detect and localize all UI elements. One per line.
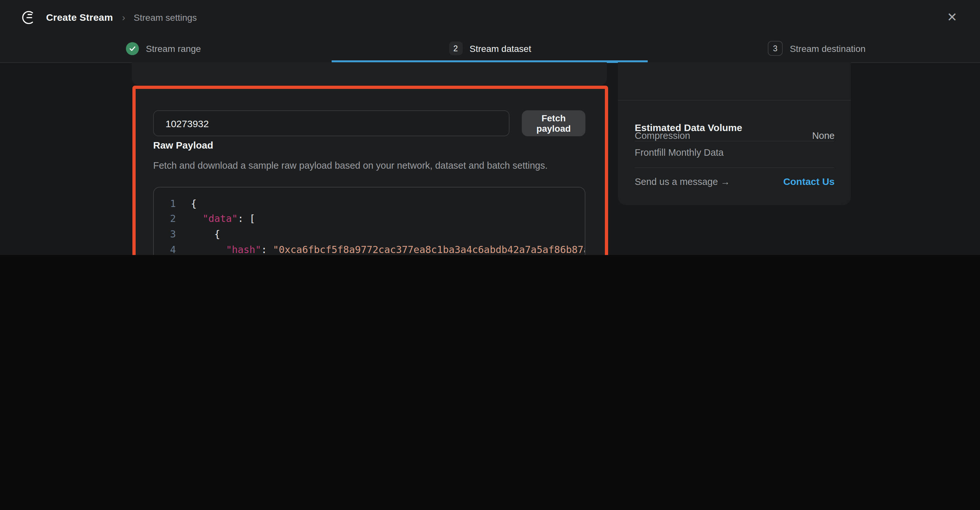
frontfill-monthly-data-label: Frontfill Monthly Data (635, 147, 724, 158)
estimated-data-volume-heading: Estimated Data Volume (635, 122, 742, 133)
tab-stream-range[interactable]: Stream range (0, 34, 327, 62)
divider (635, 167, 834, 168)
breadcrumb-chevron-icon: › (122, 12, 125, 23)
code-text: { (191, 229, 220, 240)
raw-payload-card: Fetch payload Raw Payload Fetch and down… (136, 89, 605, 255)
code-lines: 1{2 "data": [3 {4 "hash": "0xca6fbcf5f8a… (154, 196, 585, 255)
raw-payload-description: Fetch and download a sample raw payload … (153, 160, 548, 171)
breadcrumb: Stream settings (134, 12, 197, 22)
tab-stream-dataset[interactable]: 2 Stream dataset (327, 34, 654, 62)
compression-value: None (812, 130, 835, 141)
code-text: "data": [ (191, 213, 255, 225)
divider (618, 100, 851, 100)
code-text: "hash": "0xca6fbcf5f8a9772cac377ea8c1ba3… (191, 244, 585, 255)
send-message-label: Send us a message → (635, 176, 730, 187)
top-bar: Create Stream › Stream settings ✕ (0, 0, 980, 34)
line-number: 2 (154, 213, 176, 225)
code-line: 4 "hash": "0xca6fbcf5f8a9772cac377ea8c1b… (154, 242, 585, 255)
raw-payload-section-highlight: Fetch payload Raw Payload Fetch and down… (132, 86, 608, 255)
step-number-badge: 2 (449, 41, 462, 55)
step-tabs: Stream range 2 Stream dataset 3 Stream d… (0, 34, 980, 63)
divider (635, 141, 834, 141)
tab-label: Stream range (146, 43, 201, 54)
line-number: 1 (154, 198, 176, 210)
previous-settings-card-partial (132, 62, 607, 85)
check-icon (126, 42, 139, 55)
tab-stream-destination[interactable]: 3 Stream destination (653, 34, 980, 62)
step-number-badge: 3 (768, 41, 783, 56)
code-line: 3 { (154, 226, 585, 242)
code-text: { (191, 198, 197, 210)
page-title: Create Stream (46, 12, 113, 23)
raw-payload-heading: Raw Payload (153, 140, 213, 151)
app-logo-icon (21, 10, 37, 25)
line-number: 3 (154, 229, 176, 240)
tab-label: Stream destination (790, 43, 865, 54)
contact-us-link[interactable]: Contact Us (783, 176, 835, 187)
line-number: 4 (154, 244, 176, 255)
block-number-input[interactable] (153, 110, 509, 136)
payload-code-viewer[interactable]: 1{2 "data": [3 {4 "hash": "0xca6fbcf5f8a… (153, 187, 585, 255)
tab-label: Stream dataset (469, 43, 531, 54)
create-stream-modal: Create Stream › Stream settings ✕ Stream… (0, 0, 980, 255)
code-line: 1{ (154, 196, 585, 211)
close-icon[interactable]: ✕ (942, 0, 962, 34)
stream-summary-card: Compression None Estimated Data Volume F… (618, 62, 851, 205)
fetch-payload-button[interactable]: Fetch payload (522, 110, 585, 136)
code-line: 2 "data": [ (154, 211, 585, 226)
